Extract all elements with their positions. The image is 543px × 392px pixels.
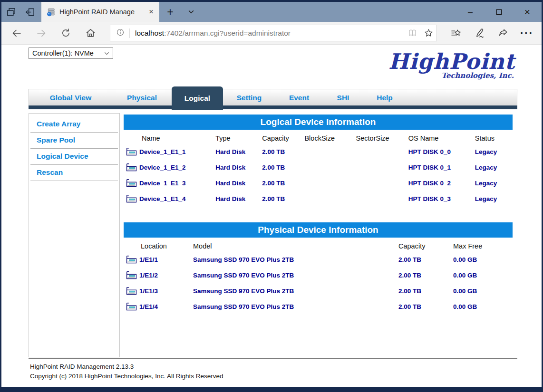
refresh-button[interactable] xyxy=(60,28,72,39)
sidebar-item-spare-pool[interactable]: Spare Pool xyxy=(30,133,118,149)
web-note-button[interactable] xyxy=(467,28,491,38)
table-row: 1/E1/1 Samsung SSD 970 EVO Plus 2TB 2.00… xyxy=(124,252,513,268)
device-model: Samsung SSD 970 EVO Plus 2TB xyxy=(193,283,398,299)
drive-icon xyxy=(126,271,137,279)
tab-preview-button[interactable] xyxy=(1,2,20,22)
drive-icon xyxy=(126,287,137,295)
device-capacity: 2.00 TB xyxy=(398,299,453,315)
chevron-down-icon xyxy=(188,9,194,15)
set-tabs-aside-button[interactable] xyxy=(20,2,39,22)
device-status: Legacy xyxy=(475,191,513,207)
device-capacity: 2.00 TB xyxy=(262,144,304,160)
tab-preview-icon xyxy=(6,7,17,18)
table-row: Device_1_E1_1 Hard Disk 2.00 TB HPT DISK… xyxy=(124,144,513,160)
physical-device-section: Physical Device Information Location Mod… xyxy=(124,222,513,315)
tab-physical[interactable]: Physical xyxy=(112,89,172,106)
drive-icon xyxy=(126,179,137,187)
back-icon xyxy=(11,28,22,39)
logical-device-table: Name Type Capacity BlockSize SectorSize … xyxy=(124,131,513,207)
device-location[interactable]: 1/E1/2 xyxy=(139,272,158,279)
home-icon xyxy=(85,28,96,38)
page-footer: HighPoint RAID Management 2.13.3 Copyrig… xyxy=(30,362,223,381)
sidebar-item-rescan[interactable]: Rescan xyxy=(30,165,118,181)
maximize-button[interactable] xyxy=(485,2,513,22)
url-text: localhost:7402/arrman.cgi?userid=adminis… xyxy=(135,29,291,38)
tab-shi[interactable]: SHI xyxy=(323,89,363,106)
logo-wordmark: HighPoint xyxy=(388,50,515,73)
col-status: Status xyxy=(475,131,513,144)
col-max-free: Max Free xyxy=(453,239,513,252)
controller-select[interactable]: Controller(1): NVMe xyxy=(29,48,113,59)
device-name[interactable]: Device_1_E1_4 xyxy=(139,195,186,202)
close-button[interactable]: × xyxy=(513,2,542,22)
device-os-name: HPT DISK 0_1 xyxy=(408,160,475,175)
col-capacity: Capacity xyxy=(262,131,304,144)
browser-tab[interactable]: HighPoint RAID Manage × xyxy=(41,2,159,22)
add-favorite-button[interactable] xyxy=(420,28,436,38)
titlebar-drag-area xyxy=(201,2,456,22)
home-button[interactable] xyxy=(85,28,97,39)
device-type: Hard Disk xyxy=(215,144,262,160)
back-button[interactable] xyxy=(11,28,22,39)
share-button[interactable] xyxy=(491,28,515,38)
logical-device-section: Logical Device Information Name Type Cap… xyxy=(124,115,513,207)
controller-select-value: Controller(1): NVMe xyxy=(32,49,104,57)
browser-titlebar: HighPoint RAID Manage × + – × xyxy=(1,2,542,22)
chevron-down-icon xyxy=(104,50,110,57)
physical-header-row: Location Model Capacity Max Free xyxy=(124,239,513,252)
favorites-hub-icon xyxy=(450,28,461,38)
tab-setting[interactable]: Setting xyxy=(223,89,275,106)
device-blocksize xyxy=(304,175,356,191)
device-sectorsize xyxy=(356,175,408,191)
device-blocksize xyxy=(304,144,356,160)
drive-icon xyxy=(126,195,137,203)
tab-list-button[interactable] xyxy=(181,2,201,22)
table-row: 1/E1/2 Samsung SSD 970 EVO Plus 2TB 2.00… xyxy=(124,268,513,283)
sidebar-item-create-array[interactable]: Create Array xyxy=(30,116,118,133)
device-location[interactable]: 1/E1/4 xyxy=(139,303,158,310)
device-location[interactable]: 1/E1/3 xyxy=(139,287,158,295)
site-favicon xyxy=(47,8,56,17)
new-tab-button[interactable]: + xyxy=(159,2,181,22)
tab-close-button[interactable]: × xyxy=(147,7,155,17)
device-name[interactable]: Device_1_E1_3 xyxy=(139,180,186,187)
browser-toolbar: localhost:7402/arrman.cgi?userid=adminis… xyxy=(1,22,542,45)
reading-view-icon xyxy=(407,28,417,38)
address-bar[interactable]: localhost:7402/arrman.cgi?userid=adminis… xyxy=(110,25,437,41)
url-host: localhost xyxy=(135,29,164,37)
col-sectorsize: SectorSize xyxy=(356,131,408,144)
col-type: Type xyxy=(215,131,262,144)
more-actions-button[interactable]: ··· xyxy=(515,27,539,39)
logical-section-title: Logical Device Information xyxy=(261,117,376,127)
col-model: Model xyxy=(193,239,398,252)
device-sectorsize xyxy=(356,160,408,175)
site-info-button[interactable] xyxy=(116,28,125,38)
physical-section-header: Physical Device Information xyxy=(124,222,513,238)
table-row: 1/E1/4 Samsung SSD 970 EVO Plus 2TB 2.00… xyxy=(124,299,513,315)
tab-event[interactable]: Event xyxy=(275,89,323,106)
device-location[interactable]: 1/E1/1 xyxy=(139,256,158,263)
tab-logical[interactable]: Logical xyxy=(172,86,223,110)
col-os-name: OS Name xyxy=(408,131,475,144)
tab-title: HighPoint RAID Manage xyxy=(59,8,144,16)
drive-icon xyxy=(126,256,137,264)
device-name[interactable]: Device_1_E1_1 xyxy=(139,148,186,155)
device-name[interactable]: Device_1_E1_2 xyxy=(139,164,186,171)
reading-view-button[interactable] xyxy=(404,28,420,38)
minimize-button[interactable]: – xyxy=(456,2,485,22)
forward-icon xyxy=(36,28,47,39)
sidebar-item-logical-device[interactable]: Logical Device xyxy=(30,149,118,165)
device-status: Legacy xyxy=(475,175,513,191)
tab-global-view[interactable]: Global View xyxy=(29,89,112,106)
footer-divider xyxy=(29,358,517,359)
forward-button[interactable] xyxy=(36,28,47,39)
col-name: Name xyxy=(124,131,215,144)
star-icon xyxy=(424,28,434,38)
device-capacity: 2.00 TB xyxy=(262,160,304,175)
logical-header-row: Name Type Capacity BlockSize SectorSize … xyxy=(124,131,513,144)
hub-button[interactable] xyxy=(444,28,467,38)
footer-version: HighPoint RAID Management 2.13.3 xyxy=(30,362,223,372)
sidebar: Create Array Spare Pool Logical Device R… xyxy=(29,113,120,357)
tab-help[interactable]: Help xyxy=(363,89,406,106)
device-model: Samsung SSD 970 EVO Plus 2TB xyxy=(193,252,398,268)
